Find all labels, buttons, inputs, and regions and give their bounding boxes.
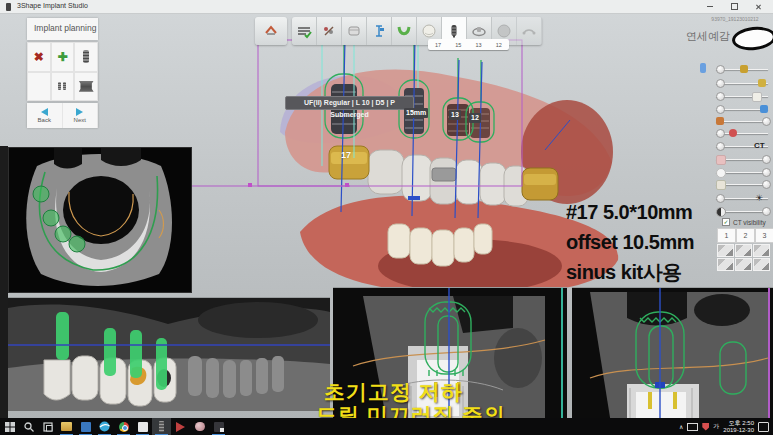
delete-implant-button[interactable]: ✖ — [27, 42, 51, 72]
arch-button[interactable] — [392, 17, 417, 45]
slider-tooth-pink[interactable] — [712, 154, 770, 164]
app-brain-button[interactable] — [190, 418, 209, 435]
home-icon — [263, 23, 279, 39]
tooth-number-13[interactable]: 13 — [476, 42, 482, 48]
implant-button[interactable] — [74, 42, 98, 72]
start-button[interactable] — [0, 418, 19, 435]
panoramic-view[interactable] — [8, 297, 330, 411]
ct-visibility-checkbox[interactable]: ✓ — [722, 218, 730, 226]
implant-icon — [83, 50, 89, 63]
tray-expand-button[interactable]: ∧ — [679, 423, 683, 430]
ct-label: CT — [754, 141, 765, 150]
empty-cell — [27, 72, 51, 102]
cross-section-view-2[interactable] — [572, 287, 773, 435]
display-icon[interactable] — [687, 423, 698, 431]
ct-thumb-3[interactable] — [753, 244, 770, 257]
implant-label-12[interactable]: 12 — [469, 113, 481, 123]
delete-icon: ✖ — [34, 50, 44, 64]
back-button[interactable]: Back — [27, 103, 63, 128]
sidebar-tools: ✖ ✚ — [27, 42, 98, 101]
task-view-button[interactable] — [38, 418, 57, 435]
ct-visibility-row[interactable]: ✓ CT visibility — [722, 218, 766, 226]
ct-thumb-6[interactable] — [753, 258, 770, 271]
abutment-ring-icon — [471, 23, 487, 39]
ct-thumb-4[interactable] — [717, 258, 734, 271]
app-red-button[interactable] — [171, 418, 190, 435]
windows-icon — [5, 422, 15, 432]
shield-icon[interactable] — [702, 423, 709, 431]
abutment-icon — [58, 82, 66, 90]
slider-inlay-gold[interactable] — [712, 78, 770, 88]
ct-visibility-label: CT visibility — [733, 219, 766, 226]
panoramic-image — [8, 298, 330, 411]
slider-copper[interactable] — [712, 116, 770, 126]
measurement-icon — [371, 23, 387, 39]
patient-marker-icon — [700, 63, 706, 73]
system-tray: ∧ 가 오후 2:50 2019-12-30 — [679, 418, 769, 435]
slider-brightness[interactable]: ☀ — [712, 193, 770, 203]
implant-studio-window: 3Shape Implant Studio — [0, 0, 773, 435]
crown-gold-icon — [740, 65, 748, 73]
ct-axial-view[interactable] — [8, 147, 192, 293]
patient-id: 93970_19123010212 — [700, 16, 770, 22]
minimize-button[interactable] — [702, 2, 718, 11]
folder-icon — [61, 422, 72, 431]
ct-axial-image — [9, 148, 191, 292]
crown-label-17: 17 — [341, 150, 351, 160]
clock-time: 오후 2:50 — [723, 420, 754, 427]
view-button-2[interactable]: 2 — [736, 228, 755, 243]
task-view-icon — [43, 422, 53, 432]
sidebar-header: Implant planning — [27, 18, 98, 40]
sleeve-icon — [79, 81, 94, 92]
slider-scan-blue[interactable] — [712, 104, 770, 114]
taskbar-clock[interactable]: 오후 2:50 2019-12-30 — [723, 420, 754, 434]
implant-studio-icon — [159, 421, 164, 432]
add-implant-button[interactable]: ✚ — [51, 42, 75, 72]
slider-crown-gold[interactable] — [712, 64, 770, 74]
model-box-icon — [346, 23, 362, 39]
clock-date: 2019-12-30 — [723, 427, 754, 434]
close-button[interactable] — [750, 2, 766, 11]
notification-icon[interactable] — [758, 422, 769, 432]
app-blue-button[interactable] — [76, 418, 95, 435]
back-arrow-icon — [41, 108, 48, 116]
surface-scan-button[interactable] — [292, 17, 317, 45]
slider-tooth-ivory[interactable] — [712, 179, 770, 189]
scan-blue-icon — [760, 105, 768, 113]
model-box-button[interactable] — [342, 17, 367, 45]
tooth-number-15[interactable]: 15 — [455, 42, 461, 48]
ime-indicator[interactable]: 가 — [713, 422, 719, 431]
arch-icon — [396, 23, 412, 39]
slider-contrast[interactable] — [712, 206, 770, 216]
app-dark-button[interactable] — [209, 418, 228, 435]
drill-kit-button[interactable] — [317, 17, 342, 45]
slider-tooth-white[interactable] — [712, 91, 770, 101]
chrome-button[interactable] — [114, 418, 133, 435]
ct-thumb-2[interactable] — [735, 244, 752, 257]
measurement-button[interactable] — [367, 17, 392, 45]
tooth-number-12[interactable]: 12 — [496, 42, 502, 48]
next-button[interactable]: Next — [63, 103, 99, 128]
abutment-button[interactable] — [51, 72, 75, 102]
explorer-button[interactable] — [57, 418, 76, 435]
tooth-number-bar[interactable]: 17 15 13 12 — [428, 39, 509, 50]
link-button[interactable] — [517, 17, 542, 45]
ct-thumb-1[interactable] — [717, 244, 734, 257]
slider-ct[interactable]: CT — [712, 141, 770, 151]
search-button[interactable] — [19, 418, 38, 435]
slider-nerve[interactable] — [712, 128, 770, 138]
slider-circle-white[interactable] — [712, 167, 770, 177]
implant-label-15[interactable]: 15mm — [404, 108, 428, 118]
ct-thumb-5[interactable] — [735, 258, 752, 271]
implant-label-13[interactable]: 13 — [449, 110, 461, 120]
internet-explorer-icon — [99, 421, 110, 432]
maximize-button[interactable] — [726, 2, 742, 11]
implant-studio-taskbar-button[interactable] — [152, 418, 171, 435]
sleeve-button[interactable] — [74, 72, 98, 102]
view-button-3[interactable]: 3 — [755, 228, 773, 243]
tooth-number-17[interactable]: 17 — [435, 42, 441, 48]
view-button-1[interactable]: 1 — [717, 228, 736, 243]
app-white-button[interactable] — [133, 418, 152, 435]
internet-explorer-button[interactable] — [95, 418, 114, 435]
home-button[interactable] — [255, 17, 287, 45]
